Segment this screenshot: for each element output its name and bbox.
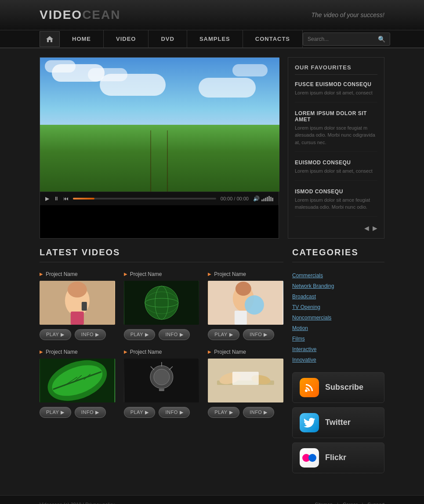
svg-point-7	[145, 286, 178, 319]
volume-bars	[261, 196, 273, 201]
flickr-blue-dot	[308, 454, 316, 462]
vol-bar-4	[267, 197, 268, 201]
fav-item-1-desc: Lorem ipsum dolor sit amet, consect	[295, 89, 377, 97]
footer-sitemap[interactable]: Sitemap	[315, 502, 333, 504]
video-card-2: ▶ Project Name PLAY ▶ INFO ▶	[124, 271, 199, 340]
cat-link-innovative[interactable]: Innovative	[292, 357, 316, 363]
footer-links: Sitemap | Career | Support	[315, 502, 384, 504]
card-2-info-button[interactable]: INFO ▶	[159, 329, 190, 340]
card-1-play-button[interactable]: PLAY ▶	[40, 329, 71, 340]
card-6-info-button[interactable]: INFO ▶	[243, 407, 274, 418]
cat-link-commercials[interactable]: Commercials	[292, 272, 323, 279]
cat-item-interactive: Interactive	[292, 345, 384, 353]
subscribe-button[interactable]: Subscribe	[292, 372, 384, 403]
card-1-btns: PLAY ▶ INFO ▶	[40, 329, 115, 340]
card-5-play-button[interactable]: PLAY ▶	[124, 407, 156, 418]
tagline: The video of your success!	[311, 11, 384, 18]
pause-button[interactable]: ⏸	[54, 196, 59, 202]
fav-prev-button[interactable]: ◀	[364, 225, 369, 232]
card-6-play-button[interactable]: PLAY ▶	[208, 407, 239, 418]
nav-dvd[interactable]: DVD	[149, 30, 187, 47]
cat-link-interactive[interactable]: Interactive	[292, 346, 316, 352]
play-button[interactable]: ▶	[45, 196, 49, 202]
cat-item-films: Films	[292, 334, 384, 342]
progress-bar[interactable]	[73, 198, 216, 199]
fav-next-button[interactable]: ▶	[373, 225, 377, 232]
social-buttons: Subscribe Twitter Flickr	[292, 372, 384, 473]
search-icon: 🔍	[378, 36, 385, 43]
logo-video: VIDEO	[40, 8, 82, 22]
svg-rect-35	[232, 372, 259, 385]
footer-support[interactable]: Support	[367, 502, 384, 504]
vol-bar-5	[268, 196, 270, 201]
fav-item-1: FUSCE EUISMOD CONSEQU Lorem ipsum dolor …	[295, 81, 377, 102]
categories-section: CATEGORIES Commercials Network Branding …	[292, 247, 384, 478]
flickr-button[interactable]: Flickr	[292, 442, 384, 473]
card-4-btns: PLAY ▶ INFO ▶	[40, 407, 115, 418]
nav-contacts[interactable]: CONTACTS	[243, 30, 303, 47]
cloud2	[45, 60, 76, 73]
svg-marker-0	[46, 36, 53, 42]
volume-icon[interactable]: 🔊	[253, 196, 260, 202]
nav-home[interactable]: HOME	[60, 30, 104, 47]
card-2-btns: PLAY ▶ INFO ▶	[124, 329, 199, 340]
nav-video[interactable]: VIDEO	[104, 30, 149, 47]
cat-link-tvopening[interactable]: TV Opening	[292, 304, 320, 310]
home-icon-btn[interactable]	[40, 31, 60, 47]
search-input[interactable]	[308, 36, 378, 42]
fav-item-4-title: ISMOD CONSEQU	[295, 189, 377, 195]
fav-item-4: ISMOD CONSEQU Lorem ipsum dolor sit amce…	[295, 189, 377, 217]
cloud5	[199, 78, 256, 98]
fav-item-2: LOREM IPSUM DOLOR SIT AMET Lorem ipsum d…	[295, 110, 377, 152]
path-right	[167, 130, 168, 192]
cat-link-broadcast[interactable]: Broadcast	[292, 294, 316, 300]
cat-item-broadcast: Broadcast	[292, 292, 384, 300]
video-controls: ▶ ⏸ ⏮ 00:00 / 00:00 🔊	[40, 192, 279, 205]
card-5-btns: PLAY ▶ INFO ▶	[124, 407, 199, 418]
fav-nav: ◀ ▶	[295, 225, 377, 232]
card-4-info-button[interactable]: INFO ▶	[75, 407, 106, 418]
cat-link-motion[interactable]: Motion	[292, 325, 308, 331]
card-3-info-button[interactable]: INFO ▶	[243, 329, 274, 340]
arrow-icon: ▶	[40, 272, 43, 276]
cat-item-noncommercials: Noncommercials	[292, 313, 384, 321]
card-4-title: Project Name	[46, 349, 78, 355]
cat-link-noncommercials[interactable]: Noncommercials	[292, 315, 331, 321]
card-5-thumb	[124, 359, 199, 402]
section-container: LATEST VIDEOS ▶ Project Name	[0, 239, 424, 486]
card-2-play-button[interactable]: PLAY ▶	[124, 329, 156, 340]
cat-item-motion: Motion	[292, 324, 384, 332]
nav-items: HOME VIDEO DVD SAMPLES CONTACTS	[60, 30, 303, 47]
svg-point-25	[153, 369, 169, 385]
logo: VIDEOCEAN	[40, 8, 120, 22]
time-display: 00:00 / 00:00	[221, 196, 249, 201]
card-5-info-button[interactable]: INFO ▶	[159, 407, 190, 418]
vol-bar-6	[270, 197, 272, 201]
progress-fill	[73, 198, 94, 199]
card-1-info-button[interactable]: INFO ▶	[75, 329, 106, 340]
fav-item-4-desc: Lorem ipsum dolor sit amce feugiat males…	[295, 196, 377, 211]
path-left	[150, 130, 151, 192]
cat-link-network[interactable]: Network Branding	[292, 283, 334, 289]
video-screen	[40, 58, 279, 192]
cat-link-films[interactable]: Films	[292, 336, 305, 342]
card-1-title: Project Name	[46, 271, 78, 277]
category-list: Commercials Network Branding Broadcast T…	[292, 271, 384, 363]
nav-samples[interactable]: SAMPLES	[187, 30, 243, 47]
card-3-play-button[interactable]: PLAY ▶	[208, 329, 239, 340]
svg-point-13	[236, 282, 251, 296]
footer-copyright: Videocean (c) 2010 | Privacy policy	[40, 502, 115, 504]
card-6-title: Project Name	[214, 349, 246, 355]
card-4-play-button[interactable]: PLAY ▶	[40, 407, 71, 418]
vol-bar-1	[261, 199, 263, 201]
footer-career[interactable]: Career	[343, 502, 358, 504]
search-box[interactable]: 🔍	[303, 33, 390, 46]
video-field	[40, 125, 279, 192]
video-card-5: ▶ Project Name PLA	[124, 349, 199, 418]
twitter-button[interactable]: Twitter	[292, 407, 384, 438]
volume-area: 🔊	[253, 196, 273, 202]
card-4-thumb	[40, 359, 115, 402]
card-3-title: Project Name	[214, 271, 246, 277]
video-player: ▶ ⏸ ⏮ 00:00 / 00:00 🔊	[40, 57, 279, 239]
stop-button[interactable]: ⏮	[63, 196, 69, 202]
